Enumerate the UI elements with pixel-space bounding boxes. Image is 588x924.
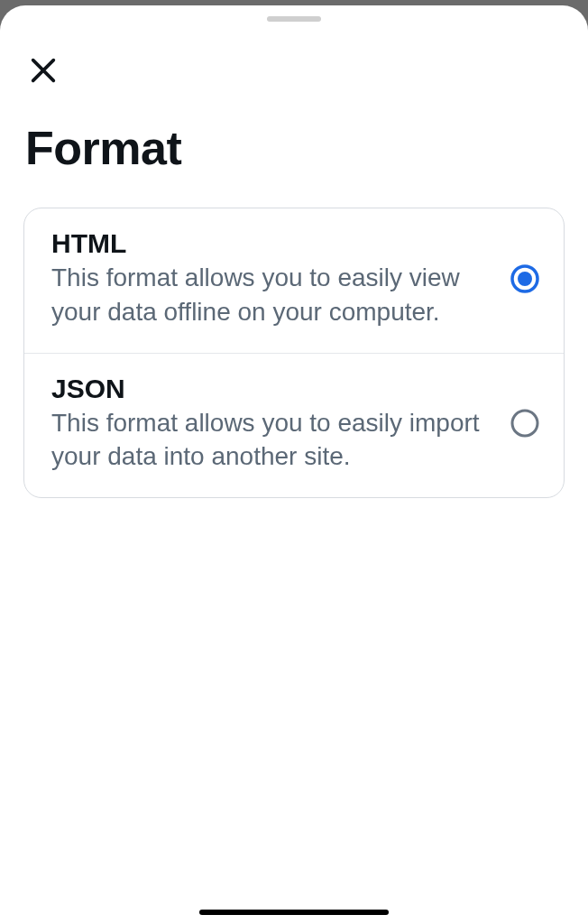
format-sheet: Format HTML This format allows you to ea… [0, 5, 588, 924]
option-title: HTML [51, 228, 493, 259]
option-description: This format allows you to easily import … [51, 406, 493, 475]
close-button[interactable] [25, 52, 61, 88]
page-title: Format [25, 121, 588, 175]
svg-point-1 [518, 272, 532, 286]
svg-point-2 [512, 411, 537, 436]
format-option-json[interactable]: JSON This format allows you to easily im… [24, 353, 564, 498]
sheet-grabber[interactable] [267, 16, 321, 22]
close-icon [28, 55, 59, 86]
radio-button-html[interactable] [510, 263, 540, 294]
option-title: JSON [51, 374, 493, 404]
radio-button-json[interactable] [510, 408, 540, 439]
radio-unselected-icon [510, 408, 540, 439]
option-description: This format allows you to easily view yo… [51, 261, 493, 329]
option-text: JSON This format allows you to easily im… [51, 374, 510, 475]
format-option-html[interactable]: HTML This format allows you to easily vi… [24, 208, 564, 353]
radio-selected-icon [510, 263, 540, 294]
format-options-group: HTML This format allows you to easily vi… [23, 208, 565, 498]
home-indicator[interactable] [199, 910, 389, 915]
option-text: HTML This format allows you to easily vi… [51, 228, 510, 329]
